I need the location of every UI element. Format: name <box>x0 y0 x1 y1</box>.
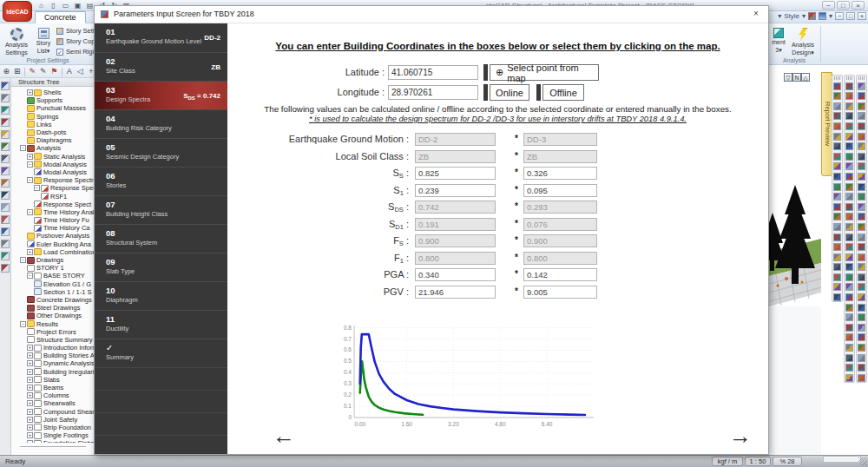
tree-item-columns[interactable]: +Columns <box>11 391 95 399</box>
tree-item-drawings[interactable]: −Drawings <box>11 256 95 264</box>
tool-icon[interactable] <box>858 324 865 332</box>
longitude-input[interactable] <box>388 85 478 100</box>
semi-rigid-checkbox[interactable]: ✓ Semi Rigid <box>56 48 97 56</box>
tool-icon[interactable] <box>858 313 865 321</box>
tool-icon[interactable] <box>858 142 865 150</box>
tree-item-base-story[interactable]: −BASE STORY <box>11 272 95 280</box>
tool-icon[interactable] <box>858 293 865 301</box>
tool-icon[interactable] <box>845 344 853 352</box>
tool-icon[interactable] <box>833 133 841 141</box>
tool-icon[interactable] <box>845 374 853 382</box>
tool-icon[interactable] <box>833 173 841 181</box>
tree-item-punctual-masses[interactable]: Punctual Masses <box>11 104 95 112</box>
select-point-from-map-button[interactable]: ⊕ Select point from map <box>490 64 599 81</box>
tool-icon[interactable] <box>1 118 10 127</box>
view-n-icon[interactable]: N <box>792 73 801 82</box>
dialog-close-icon[interactable]: × <box>751 9 761 19</box>
tool-icon[interactable] <box>845 153 853 161</box>
collapse-icon[interactable]: − <box>20 257 26 263</box>
tool-icon[interactable] <box>1 191 10 200</box>
tool-icon[interactable] <box>845 253 853 261</box>
tool-icon[interactable] <box>1 167 10 175</box>
param-input-s1-star[interactable] <box>523 184 597 197</box>
param-input-pga-star[interactable] <box>523 268 597 281</box>
latitude-input[interactable] <box>388 65 478 80</box>
tool-icon[interactable] <box>833 213 841 220</box>
tool-icon[interactable] <box>845 183 853 191</box>
resize-grip[interactable] <box>858 457 867 466</box>
tool-icon[interactable] <box>845 293 853 301</box>
tree-item-section-1-1-1-s[interactable]: Section 1 / 1-1 S <box>11 288 95 296</box>
tool-icon[interactable] <box>845 364 853 372</box>
expand-icon[interactable]: + <box>27 417 33 423</box>
expand-icon[interactable]: + <box>27 377 33 383</box>
expand-icon[interactable]: + <box>27 432 33 438</box>
tool-icon[interactable] <box>858 374 865 382</box>
collapse-icon[interactable]: − <box>27 177 33 183</box>
tool-icon[interactable] <box>1 94 10 102</box>
tree-item-beams[interactable]: +Beams <box>11 384 95 391</box>
tree-item-time-history-ca[interactable]: Time History Ca <box>11 224 95 232</box>
tool-icon[interactable] <box>1 203 10 212</box>
story-copy-button[interactable]: Story Copy <box>56 37 98 45</box>
collapse-icon[interactable]: − <box>27 209 33 215</box>
viewport-3d[interactable]: ▽N△ Report Preview <box>769 65 868 455</box>
tree-item-springs[interactable]: Springs <box>11 113 95 121</box>
caret-down-icon[interactable]: ▾ <box>778 12 781 20</box>
expand-icon[interactable]: + <box>27 352 33 358</box>
tool-icon[interactable] <box>833 273 841 281</box>
new-file-icon[interactable]: ▯ <box>49 1 58 10</box>
tool-icon[interactable] <box>845 82 853 90</box>
tool-icon[interactable] <box>1 240 10 248</box>
status-scale-cell[interactable]: 1 : 50 <box>745 457 771 466</box>
dimension-icon[interactable]: A <box>64 67 74 76</box>
window-minimize-icon[interactable]: − <box>822 1 835 10</box>
tool-icon[interactable] <box>845 243 853 251</box>
tool-icon[interactable] <box>858 263 865 271</box>
tool-icon[interactable] <box>833 153 841 161</box>
offline-button[interactable]: Offline <box>542 84 584 101</box>
expand-icon[interactable]: + <box>27 424 33 431</box>
tool-icon[interactable] <box>833 142 841 150</box>
param-input-pgv-star[interactable] <box>523 286 597 299</box>
tool-icon[interactable] <box>845 193 853 201</box>
tree-item-rsf1[interactable]: RSF1 <box>11 192 95 200</box>
tree-item-analysis[interactable]: −Analysis <box>11 144 95 152</box>
tree-item-introduction-informati[interactable]: +Introduction Informati <box>11 344 95 352</box>
wizard-step-11[interactable]: 11Ductility <box>95 310 227 339</box>
tree-item-links[interactable]: Links <box>11 121 95 128</box>
wizard-step-01[interactable]: 01Earthquake Ground Motion LevelDD-2 <box>95 23 227 52</box>
status-zoom-cell[interactable]: % 28 <box>773 457 802 466</box>
tool-icon[interactable] <box>1 179 10 187</box>
expand-icon[interactable]: + <box>27 385 33 391</box>
tool-icon[interactable] <box>833 122 841 130</box>
tool-icon[interactable] <box>845 273 853 281</box>
wizard-step-10[interactable]: 10Diaphragm <box>95 281 227 310</box>
tool-icon[interactable] <box>833 283 841 291</box>
tool-icon[interactable] <box>845 304 853 312</box>
expand-icon[interactable]: + <box>27 345 33 351</box>
tool-icon[interactable] <box>858 92 865 100</box>
tree-item-static-analysis[interactable]: +Static Analysis <box>11 153 95 161</box>
doc-minimize-icon[interactable]: − <box>835 12 844 20</box>
pen-dark-icon[interactable]: ✎ <box>39 67 49 76</box>
tree-item-shells[interactable]: +Shells <box>11 89 95 96</box>
tool-icon[interactable] <box>858 112 865 120</box>
tool-icon[interactable] <box>833 193 841 201</box>
tool-icon[interactable] <box>858 283 865 291</box>
tree-item-time-history-analy[interactable]: −Time History Analy <box>11 208 95 216</box>
tool-icon[interactable] <box>1 82 10 90</box>
tool-icon[interactable] <box>845 213 853 220</box>
param-input-ss[interactable] <box>415 167 496 180</box>
collapse-icon[interactable]: − <box>20 321 26 327</box>
tree-item-dash-pots[interactable]: Dash-pots <box>11 128 95 136</box>
param-input-s1[interactable] <box>415 184 496 197</box>
save-icon[interactable]: ▣ <box>73 1 82 10</box>
tool-icon[interactable] <box>833 162 841 170</box>
tree-item-pushover-analysis[interactable]: Pushover Analysis <box>11 232 95 240</box>
tool-icon[interactable] <box>1 106 10 115</box>
collapse-icon[interactable]: − <box>27 273 33 279</box>
tool-icon[interactable] <box>833 243 841 251</box>
collapse-icon[interactable]: − <box>34 185 40 191</box>
wizard-step-02[interactable]: 02Site ClassZB <box>95 52 227 81</box>
